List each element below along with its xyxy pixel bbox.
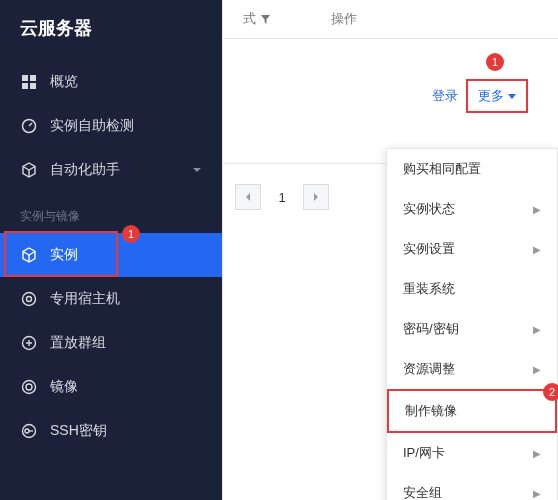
chevron-down-icon xyxy=(192,165,202,175)
dropdown-item-5[interactable]: 资源调整▶ xyxy=(387,349,557,389)
sidebar-section-title: 实例与镜像 xyxy=(0,192,222,233)
sidebar-item-automation[interactable]: 自动化助手 xyxy=(0,148,222,192)
chevron-right-icon: ▶ xyxy=(533,448,541,459)
group-icon xyxy=(20,334,38,352)
sidebar-item-selfcheck[interactable]: 实例自助检测 xyxy=(0,104,222,148)
cube-icon xyxy=(20,161,38,179)
dropdown-item-label: 实例设置 xyxy=(403,240,455,258)
ring-icon xyxy=(20,378,38,396)
dropdown-item-7[interactable]: IP/网卡▶ xyxy=(387,433,557,473)
dropdown-item-label: 安全组 xyxy=(403,484,442,500)
page-next-button[interactable] xyxy=(303,184,329,210)
svg-rect-0 xyxy=(22,75,28,81)
svg-point-11 xyxy=(25,429,29,433)
page-number: 1 xyxy=(269,190,295,205)
svg-rect-1 xyxy=(30,75,36,81)
more-dropdown: 购买相同配置实例状态▶实例设置▶重装系统密码/密钥▶资源调整▶制作镜像2IP/网… xyxy=(386,148,558,500)
filter-icon xyxy=(260,14,271,25)
sidebar-item-label: 专用宿主机 xyxy=(50,290,120,308)
page-prev-button[interactable] xyxy=(235,184,261,210)
sidebar-item-label: SSH密钥 xyxy=(50,422,107,440)
gauge-icon xyxy=(20,117,38,135)
sidebar-item-label: 自动化助手 xyxy=(50,161,120,179)
chevron-right-icon: ▶ xyxy=(533,244,541,255)
dropdown-item-2[interactable]: 实例设置▶ xyxy=(387,229,557,269)
cube-icon xyxy=(20,246,38,264)
caret-down-icon xyxy=(508,94,516,99)
sidebar-item-overview[interactable]: 概览 xyxy=(0,60,222,104)
row-actions: 登录 更多 1 xyxy=(223,39,558,133)
sidebar-item-dedicated-host[interactable]: 专用宿主机 xyxy=(0,277,222,321)
column-header-action: 操作 xyxy=(331,10,357,28)
sidebar-title: 云服务器 xyxy=(0,0,222,60)
sidebar-item-ssh-keys[interactable]: SSH密钥 xyxy=(0,409,222,453)
key-icon xyxy=(20,422,38,440)
sidebar-item-label: 实例自助检测 xyxy=(50,117,134,135)
dropdown-item-4[interactable]: 密码/密钥▶ xyxy=(387,309,557,349)
chevron-right-icon: ▶ xyxy=(533,488,541,499)
dropdown-item-label: 资源调整 xyxy=(403,360,455,378)
svg-rect-2 xyxy=(22,83,28,89)
svg-rect-3 xyxy=(30,83,36,89)
table-header: 式 操作 xyxy=(223,0,558,39)
dropdown-item-label: 实例状态 xyxy=(403,200,455,218)
sidebar-item-label: 镜像 xyxy=(50,378,78,396)
svg-point-5 xyxy=(23,293,36,306)
dropdown-item-label: 购买相同配置 xyxy=(403,160,481,178)
svg-point-9 xyxy=(26,384,32,390)
sidebar-item-instances[interactable]: 实例 xyxy=(0,233,222,277)
dropdown-item-label: 制作镜像 xyxy=(405,402,457,420)
sidebar-item-images[interactable]: 镜像 xyxy=(0,365,222,409)
dropdown-item-1[interactable]: 实例状态▶ xyxy=(387,189,557,229)
dropdown-item-8[interactable]: 安全组▶ xyxy=(387,473,557,500)
chevron-right-icon: ▶ xyxy=(533,364,541,375)
dropdown-item-label: 重装系统 xyxy=(403,280,455,298)
sidebar-item-label: 实例 xyxy=(50,246,78,264)
more-button[interactable]: 更多 1 xyxy=(466,79,528,113)
dropdown-item-6[interactable]: 制作镜像2 xyxy=(387,389,557,433)
dropdown-item-label: 密码/密钥 xyxy=(403,320,459,338)
chevron-right-icon: ▶ xyxy=(533,204,541,215)
annotation-badge-1b: 1 xyxy=(486,53,504,71)
dropdown-item-3[interactable]: 重装系统 xyxy=(387,269,557,309)
sidebar-item-label: 概览 xyxy=(50,73,78,91)
dropdown-item-0[interactable]: 购买相同配置 xyxy=(387,149,557,189)
svg-point-6 xyxy=(27,297,32,302)
sidebar: 云服务器 概览 实例自助检测 自动化助手 实例与镜像 实例 1 专用宿主机 置放… xyxy=(0,0,222,500)
svg-point-8 xyxy=(23,381,36,394)
login-link[interactable]: 登录 xyxy=(432,88,458,103)
sidebar-item-label: 置放群组 xyxy=(50,334,106,352)
grid-icon xyxy=(20,73,38,91)
host-icon xyxy=(20,290,38,308)
main-content: 式 操作 登录 更多 1 1 购买相同配置实例状态▶实例设置▶重装系统密码/密钥… xyxy=(222,0,558,500)
dropdown-item-label: IP/网卡 xyxy=(403,444,445,462)
column-header-mode[interactable]: 式 xyxy=(243,10,271,28)
chevron-right-icon: ▶ xyxy=(533,324,541,335)
sidebar-item-placement-group[interactable]: 置放群组 xyxy=(0,321,222,365)
